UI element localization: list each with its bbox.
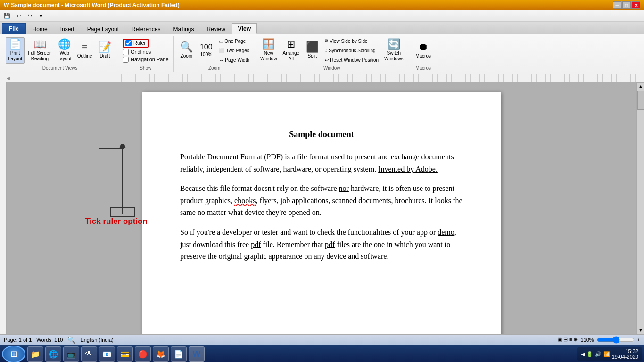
navigation-pane-checkbox[interactable] [123, 57, 129, 63]
reset-window-icon: ↩ [325, 58, 329, 63]
pdf-text-2: pdf [325, 240, 335, 248]
ribbon-tabs: File Home Insert Page Layout References … [0, 22, 644, 34]
page-width-button[interactable]: ↔ Page Width [216, 56, 252, 64]
clock-time: 15:32 [612, 348, 638, 354]
switch-windows-button[interactable]: 🔄 SwitchWindows [382, 37, 406, 64]
window-group-label: Window [323, 66, 340, 71]
print-layout-icon: 📄 [9, 39, 22, 49]
macros-group-label: Macros [415, 66, 431, 71]
split-button[interactable]: ⬛ Split [303, 37, 322, 64]
tab-page-layout[interactable]: Page Layout [81, 24, 125, 34]
two-pages-button[interactable]: ⬜ Two Pages [216, 46, 252, 55]
web-layout-button[interactable]: 🌐 WebLayout [55, 37, 74, 64]
save-quick-button[interactable]: 💾 [2, 11, 12, 21]
scroll-down-button[interactable]: ▼ [637, 327, 644, 334]
tab-references[interactable]: References [125, 24, 166, 34]
zoom-in-icon[interactable]: + [637, 337, 640, 343]
arrange-all-button[interactable]: ⊞ ArrangeAll [281, 37, 302, 64]
macros-button[interactable]: ⏺ Macros [413, 37, 433, 64]
demo-link[interactable]: demo, [438, 228, 456, 236]
one-page-button[interactable]: ▭ One Page [216, 37, 252, 45]
view-side-by-side-button[interactable]: ⧉ View Side by Side [322, 37, 381, 45]
zoom-100-button[interactable]: 100 100% [197, 37, 215, 64]
title-text: Sample document - Microsoft Word (Produc… [11, 2, 179, 8]
reset-window-position-button[interactable]: ↩ Reset Window Position [322, 56, 381, 64]
tab-mailings[interactable]: Mailings [167, 24, 200, 34]
taskbar-acrobat[interactable]: 📄 [171, 346, 187, 362]
media-icon: 📺 [66, 349, 76, 359]
switch-windows-icon: 🔄 [388, 39, 400, 49]
taskbar-firefox[interactable]: 🦊 [153, 346, 169, 362]
macros-label: Macros [415, 53, 431, 59]
taskbar-mail[interactable]: 📧 [99, 346, 115, 362]
outline-button[interactable]: ≡ Outline [75, 37, 95, 64]
full-screen-reading-button[interactable]: 📖 Full ScreenReading [25, 37, 54, 64]
taskbar: ⊞ 📁 🌐 📺 👁 📧 💳 🔴 🦊 📄 W ◀ 🔋 🔊 📶 15:32 19-0… [0, 345, 644, 362]
start-button[interactable]: ⊞ [2, 346, 25, 362]
window-group: 🪟 NewWindow ⊞ ArrangeAll ⬛ Split ⧉ View … [255, 36, 409, 72]
one-page-label: One Page [224, 39, 246, 44]
show-group: Ruler Gridlines Navigation Pane Show [117, 36, 174, 72]
taskbar-ie[interactable]: 🌐 [45, 346, 61, 362]
tab-file[interactable]: File [2, 23, 26, 34]
ruler-checkbox-item[interactable]: Ruler [123, 39, 149, 48]
ruler-marks [117, 74, 636, 82]
scroll-up-button[interactable]: ▲ [637, 82, 644, 90]
taskbar-media[interactable]: 📺 [63, 346, 79, 362]
window-items: 🪟 NewWindow ⊞ ArrangeAll ⬛ Split ⧉ View … [258, 37, 406, 64]
invented-by-adobe-link[interactable]: Invented by Adobe. [378, 165, 438, 173]
quick-access-toolbar: 💾 ↩ ↪ ▼ [0, 10, 644, 22]
draft-button[interactable]: 📝 Draft [95, 37, 114, 64]
print-layout-button[interactable]: 📄 PrintLayout [6, 37, 25, 64]
page-wrapper[interactable]: Sample document Portable Document Format… [7, 82, 636, 334]
zoom-slider[interactable] [597, 336, 635, 344]
status-right: ▣ ⊟ ≡ ⊕ 110% + [557, 336, 640, 344]
ruler-checkbox[interactable] [125, 40, 132, 46]
pdf-text-1: pdf [251, 240, 261, 248]
outline-icon: ≡ [82, 42, 88, 52]
new-window-button[interactable]: 🪟 NewWindow [258, 37, 280, 64]
print-layout-label: PrintLayout [8, 50, 22, 62]
tab-view[interactable]: View [232, 23, 257, 34]
tab-review[interactable]: Review [200, 24, 231, 34]
gridlines-checkbox[interactable] [123, 49, 129, 55]
ebooks-link[interactable]: ebooks [234, 197, 256, 205]
scroll-track[interactable] [637, 90, 644, 327]
gridlines-checkbox-item[interactable]: Gridlines [123, 49, 151, 55]
tray-hide-arrow[interactable]: ◀ [581, 351, 585, 357]
document-title: Sample document [180, 130, 463, 140]
clock-date: 19-04-2020 [612, 354, 638, 360]
page-count: Page: 1 of 1 [4, 337, 32, 343]
minimize-button[interactable]: ─ [613, 1, 621, 9]
tab-insert[interactable]: Insert [54, 24, 81, 34]
spell-check-icon[interactable]: 🔍 [67, 336, 75, 344]
scroll-thumb[interactable] [637, 91, 644, 110]
taskbar-app1[interactable]: 💳 [117, 346, 133, 362]
taskbar-eye[interactable]: 👁 [81, 346, 97, 362]
new-window-icon: 🪟 [262, 39, 275, 49]
synchronous-scrolling-button[interactable]: ↕ Synchronous Scrolling [322, 46, 381, 55]
tab-home[interactable]: Home [26, 24, 54, 34]
redo-quick-button[interactable]: ↪ [25, 11, 35, 21]
taskbar-word[interactable]: W [189, 346, 205, 362]
restore-button[interactable]: □ [622, 1, 631, 9]
ribbon: File Home Insert Page Layout References … [0, 22, 644, 74]
zoom-group-label: Zoom [208, 66, 221, 71]
eye-icon: 👁 [84, 349, 94, 359]
system-tray: ◀ 🔋 🔊 📶 15:32 19-04-2020 [577, 347, 642, 361]
acrobat-icon: 📄 [174, 349, 183, 359]
view-side-icon: ⧉ [325, 38, 328, 44]
switch-windows-label: SwitchWindows [384, 50, 404, 62]
status-bar: Page: 1 of 1 Words: 110 🔍 English (India… [0, 334, 644, 345]
zoom-button[interactable]: 🔍 Zoom [177, 37, 196, 64]
undo-quick-button[interactable]: ↩ [13, 11, 24, 21]
taskbar-app2[interactable]: 🔴 [135, 346, 151, 362]
customize-quick-button[interactable]: ▼ [36, 11, 46, 21]
title-bar-left: W Sample document - Microsoft Word (Prod… [4, 2, 180, 8]
navigation-pane-checkbox-item[interactable]: Navigation Pane [123, 57, 169, 63]
vertical-ruler [0, 82, 7, 334]
taskbar-explorer[interactable]: 📁 [27, 346, 43, 362]
close-button[interactable]: ✕ [632, 1, 640, 9]
ie-icon: 🌐 [49, 349, 58, 359]
navigation-pane-label: Navigation Pane [131, 57, 169, 62]
